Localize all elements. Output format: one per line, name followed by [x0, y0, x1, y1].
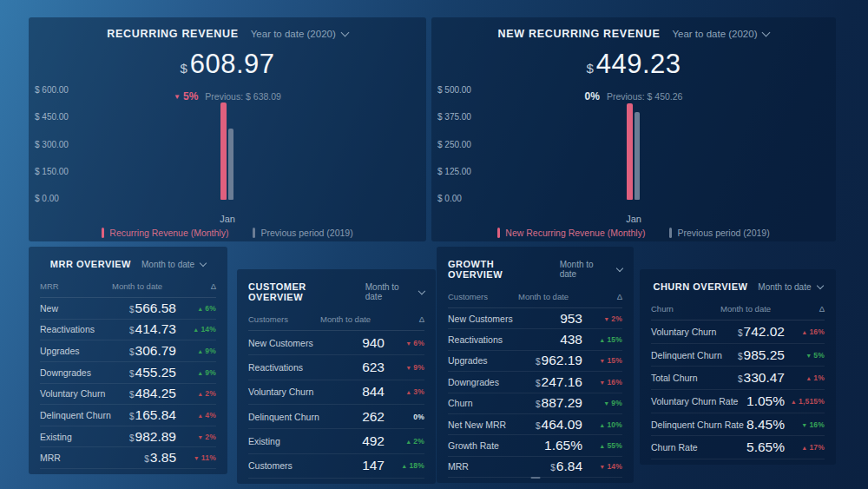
arrow-up-icon: ▲ — [405, 389, 411, 395]
metric-delta: ▼9% — [582, 399, 622, 407]
table-row: Churn$887.29▼9% — [448, 393, 622, 414]
date-range-dropdown[interactable]: Month to date — [758, 282, 822, 292]
chart-legend: New Recurring Revenue (Monthly)Previous … — [431, 228, 836, 238]
table-row: Growth Rate1.65%▲55% — [448, 435, 622, 456]
metric-label: Voluntary Churn — [248, 387, 362, 397]
metric-delta: ▲2% — [385, 437, 424, 446]
column-header-label: MRR — [40, 281, 112, 291]
legend-item[interactable]: Previous period (2019) — [669, 228, 769, 238]
metric-delta: ▲17% — [785, 443, 825, 452]
table-row: Voluntary Churn$742.02▲16% — [651, 320, 825, 344]
metric-delta: ▲55% — [582, 441, 622, 450]
metric-label: Reactivations — [248, 362, 362, 373]
table-row: Voluntary Churn$484.25▲2% — [40, 384, 216, 406]
metric-delta: ▼14% — [582, 462, 622, 471]
metric-label: MRR — [448, 461, 550, 472]
table-row: MRR$6.84▼14% — [448, 457, 622, 478]
table-row: Upgrades$306.79▲9% — [40, 340, 216, 362]
table-row: MRR$3.85▼11% — [40, 447, 216, 469]
growth-overview-panel: GROWTH OVERVIEW Month to date Customers … — [437, 247, 634, 483]
table-row: Existing492▲2% — [248, 429, 424, 453]
arrow-down-icon: ▼ — [599, 464, 605, 470]
date-range-label: Month to date — [758, 282, 811, 292]
arrow-up-icon: ▲ — [801, 329, 807, 335]
table-header-row: MRR Month to date Δ — [40, 278, 216, 298]
panel-title: NEW RECURRING REVENUE — [498, 28, 661, 40]
metric-label: New — [40, 303, 129, 314]
metric-label: Upgrades — [40, 346, 129, 356]
column-header-label: Customers — [248, 314, 320, 324]
arrow-down-icon: ▼ — [603, 400, 609, 406]
arrow-down-icon: ▼ — [599, 380, 605, 386]
table-row: New Customers940▼6% — [248, 331, 424, 355]
date-range-dropdown[interactable]: Month to date — [141, 260, 206, 269]
currency-symbol: $ — [550, 463, 556, 472]
metric-value: $165.84 — [129, 407, 176, 423]
metric-delta: ▼16% — [582, 378, 622, 387]
panel-title: CUSTOMER OVERVIEW — [248, 281, 355, 302]
bar-chart-plot — [29, 90, 426, 200]
current-period-bar — [627, 103, 633, 200]
new-recurring-revenue-panel: NEW RECURRING REVENUE Year to date (2020… — [431, 17, 836, 241]
legend-item[interactable]: New Recurring Revenue (Monthly) — [497, 228, 645, 238]
arrow-down-icon: ▼ — [599, 358, 605, 364]
arrow-up-icon: ▲ — [791, 399, 797, 405]
metric-delta: ▲18% — [385, 461, 424, 470]
legend-swatch-icon — [669, 228, 672, 238]
currency-symbol: $ — [738, 328, 743, 338]
chevron-down-icon — [200, 259, 207, 266]
metric-label: Growth Rate — [448, 440, 544, 451]
currency-symbol: $ — [536, 379, 541, 388]
metric-value: 438 — [560, 332, 582, 347]
metric-value: $985.25 — [738, 347, 785, 363]
date-range-dropdown[interactable]: Year to date (2020) — [672, 29, 769, 39]
metric-value: 262 — [362, 409, 385, 425]
legend-label: Previous period (2019) — [677, 228, 769, 238]
arrow-down-icon: ▼ — [603, 316, 609, 322]
table-header-row: Churn Month to date Δ — [651, 301, 825, 320]
column-header-value: Month to date — [720, 304, 795, 314]
metric-value: 5.65% — [746, 439, 785, 455]
metric-value: $742.02 — [738, 324, 785, 340]
arrow-up-icon: ▲ — [405, 439, 411, 445]
arrow-down-icon: ▼ — [405, 340, 411, 347]
column-header-delta: Δ — [593, 292, 622, 301]
legend-swatch-icon — [253, 228, 255, 238]
table-row: Reactivations623▼9% — [248, 355, 424, 380]
column-header-value: Month to date — [112, 281, 187, 291]
metric-value: $3.85 — [144, 450, 176, 466]
date-range-dropdown[interactable]: Year to date (2020) — [251, 29, 348, 39]
currency-symbol: $ — [586, 61, 593, 76]
currency-symbol: $ — [536, 357, 541, 367]
table-row: Churn Rate5.65%▲17% — [651, 436, 825, 459]
metric-delta: ▼9% — [385, 363, 424, 372]
arrow-up-icon: ▲ — [193, 327, 199, 333]
legend-item[interactable]: Recurring Revenue (Monthly) — [102, 228, 228, 238]
customer-overview-panel: CUSTOMER OVERVIEW Month to date Customer… — [237, 269, 436, 484]
headline-value: $449.23 — [431, 49, 836, 80]
column-header-delta: Δ — [795, 304, 825, 314]
arrow-up-icon: ▲ — [599, 337, 605, 343]
headline-number: 449.23 — [596, 49, 681, 79]
scroll-indicator[interactable] — [530, 477, 540, 479]
metric-delta: ▼11% — [176, 453, 216, 462]
date-range-label: Month to date — [560, 260, 611, 279]
metric-label: Delinquent Churn — [40, 410, 129, 420]
metric-label: Net New MRR — [448, 420, 536, 430]
metric-value: 492 — [362, 433, 385, 449]
metric-value: $484.25 — [129, 386, 176, 401]
metric-value: $306.79 — [129, 343, 176, 359]
metric-label: Delinquent Churn — [651, 350, 738, 360]
arrow-down-icon: ▼ — [194, 455, 200, 461]
date-range-dropdown[interactable]: Month to date — [560, 260, 622, 279]
table-row: Delinquent Churn2620% — [248, 405, 424, 429]
currency-symbol: $ — [536, 400, 541, 409]
table-body: Voluntary Churn$742.02▲16%Delinquent Chu… — [651, 320, 825, 459]
metric-delta: ▲3% — [385, 387, 424, 396]
date-range-dropdown[interactable]: Month to date — [365, 282, 424, 301]
arrow-up-icon: ▲ — [801, 445, 807, 451]
metric-label: Voluntary Churn Rate — [651, 396, 746, 406]
metric-value: 147 — [362, 458, 385, 473]
legend-item[interactable]: Previous period (2019) — [253, 228, 352, 238]
metric-delta: ▼6% — [385, 339, 424, 347]
